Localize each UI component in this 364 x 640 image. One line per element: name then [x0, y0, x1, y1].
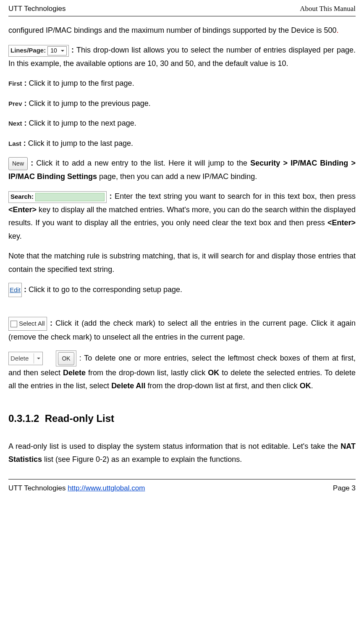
search-label: Search:: [10, 191, 34, 202]
search-paragraph: Search: : Enter the text string you want…: [8, 190, 356, 243]
delete-dropdown-widget: Delete: [8, 352, 43, 365]
search-input[interactable]: [35, 193, 105, 201]
new-button[interactable]: New: [8, 157, 28, 170]
prev-paragraph: Prev : Click it to jump to the previous …: [8, 97, 356, 111]
page-footer: UTT Technologies http://www.uttglobal.co…: [8, 479, 356, 499]
delete-label: Delete: [10, 353, 29, 364]
red-period: .: [336, 26, 338, 34]
chevron-down-icon[interactable]: [37, 352, 41, 365]
lines-per-page-select[interactable]: 10: [47, 46, 67, 55]
ok-button[interactable]: OK: [58, 352, 74, 365]
last-paragraph: Last : Click it to jump to the last page…: [8, 137, 356, 150]
lines-per-page-widget: Lines/Page: 10: [8, 45, 69, 57]
search-note: Note that the matching rule is substring…: [8, 250, 356, 276]
chevron-down-icon: [60, 48, 65, 54]
footer-page: Page 3: [333, 482, 356, 495]
lines-per-page-value: 10: [50, 45, 57, 56]
header-right: About This Manual: [300, 3, 356, 15]
first-link[interactable]: First: [8, 80, 22, 87]
search-widget: Search:: [8, 191, 107, 203]
select-all-paragraph: Select All : Click it (add the check mar…: [8, 317, 356, 344]
delete-paragraph: Delete OK : To delete one or more entrie…: [8, 350, 356, 393]
next-link[interactable]: Next: [8, 120, 22, 127]
section-heading: 0.3.1.2 Read-only List: [8, 410, 356, 427]
last-link[interactable]: Last: [8, 140, 21, 147]
first-paragraph: First : Click it to jump to the first pa…: [8, 77, 356, 90]
section-number: 0.3.1.2: [8, 413, 39, 424]
lines-per-paragraph: Lines/Page: 10 : This drop-down list all…: [8, 44, 356, 70]
page-header: UTT Technologies About This Manual: [8, 0, 356, 16]
footer-url[interactable]: http://www.uttglobal.com: [68, 484, 145, 492]
edit-widget: Edit: [8, 283, 22, 297]
lines-per-page-label: Lines/Page:: [10, 45, 46, 56]
prev-link[interactable]: Prev: [8, 100, 22, 107]
delete-select[interactable]: Delete: [10, 353, 34, 363]
footer-left: UTT Technologies http://www.uttglobal.co…: [8, 482, 145, 495]
section-title: Read-only List: [45, 413, 114, 424]
next-paragraph: Next : Click it to jump to the next page…: [8, 117, 356, 130]
select-all-checkbox[interactable]: [10, 321, 17, 327]
edit-link[interactable]: Edit: [10, 286, 21, 293]
new-paragraph: New : Click it to add a new entry to the…: [8, 157, 356, 183]
select-all-label: Select All: [19, 318, 45, 329]
ok-widget: OK: [56, 350, 76, 366]
edit-paragraph: Edit : Click it to go to the correspondi…: [8, 283, 356, 297]
intro-paragraph: configured IP/MAC bindings and the maxim…: [8, 24, 356, 37]
page-body: configured IP/MAC bindings and the maxim…: [8, 16, 356, 466]
select-all-widget: Select All: [8, 317, 47, 330]
header-left: UTT Technologies: [8, 3, 65, 15]
section-body: A read-only list is used to display the …: [8, 440, 356, 466]
